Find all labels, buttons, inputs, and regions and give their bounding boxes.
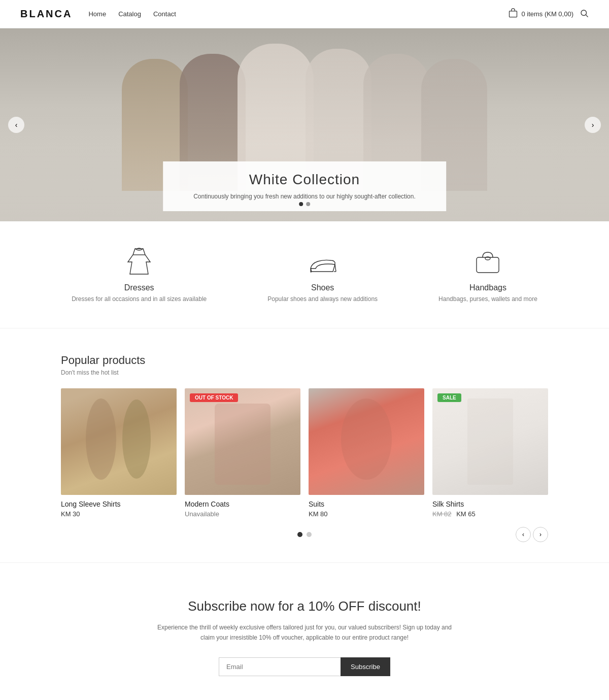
subscribe-section: Subscribe now for a 10% OFF discount! Ex… [0,562,609,700]
hero-text-box: White Collection Continuously bringing y… [163,161,446,211]
main-nav: HomeCatalogContact [88,10,176,18]
category-shoes-name: Shoes [267,283,378,292]
products-section: Popular products Don't miss the hot list… [0,328,609,562]
product-card-1[interactable]: Long Sleeve Shirts KM 30 [61,388,177,520]
product-info-1: Long Sleeve Shirts KM 30 [61,495,177,520]
nav-item-contact[interactable]: Contact [153,10,176,18]
product-image-2: OUT OF STOCK [185,388,300,495]
cart-area[interactable]: 0 items (KM 0,00) [508,8,573,20]
category-shoes[interactable]: Shoes Popular shoes and always new addit… [267,247,378,303]
product-unavailable-2: Unavailable [185,510,300,518]
product-image-3 [309,388,424,495]
product-image-4: SALE [432,388,548,495]
hero-next-button[interactable]: › [585,117,601,133]
product-card-3[interactable]: Suits KM 80 [309,388,424,520]
dress-icon [124,247,154,277]
products-subtitle: Don't miss the hot list [61,369,548,376]
cart-label: 0 items (KM 0,00) [521,10,573,18]
shoe-icon [308,247,338,277]
hero-subtitle: Continuously bringing you fresh new addi… [193,192,416,201]
product-name-1: Long Sleeve Shirts [61,500,177,508]
email-input[interactable] [219,657,341,676]
bag-icon [472,247,503,277]
product-card-2[interactable]: OUT OF STOCK Modern Coats Unavailable [185,388,300,520]
products-grid: Long Sleeve Shirts KM 30 OUT OF STOCK Mo… [61,388,548,520]
category-dresses-name: Dresses [72,283,207,292]
hero-dots [299,202,310,206]
subscribe-desc: Experience the thrill of weekly exclusiv… [152,622,457,643]
svg-point-1 [581,10,587,16]
products-dot-2[interactable] [307,532,312,537]
svg-point-9 [122,399,151,479]
products-dot-1[interactable] [297,532,302,537]
svg-point-11 [341,398,392,480]
product-price-1: KM 30 [61,510,177,518]
hero-title: White Collection [193,172,416,188]
products-title: Popular products [61,354,548,367]
hero-dot-1[interactable] [299,202,303,206]
subscribe-title: Subscribe now for a 10% OFF discount! [20,598,589,614]
nav-item-home[interactable]: Home [88,10,106,18]
hero-prev-button[interactable]: ‹ [8,117,24,133]
svg-point-8 [86,398,116,480]
category-shoes-desc: Popular shoes and always new additions [267,295,378,303]
category-handbags[interactable]: Handbags Handbags, purses, wallets and m… [438,247,537,303]
subscribe-form: Subscribe [20,657,589,676]
subscribe-button[interactable]: Subscribe [341,657,390,676]
hero-section: ‹ › White Collection Continuously bringi… [0,28,609,221]
product-card-4[interactable]: SALE Silk Shirts KM 82 KM 65 [432,388,548,520]
product-name-3: Suits [309,500,424,508]
products-nav-buttons: ‹ › [516,527,548,542]
sale-price-4: KM 65 [456,510,476,518]
category-dresses-desc: Dresses for all occasions and in all siz… [72,295,207,303]
hero-dot-2[interactable] [306,202,310,206]
product-price-3: KM 80 [309,510,424,518]
product-info-2: Modern Coats Unavailable [185,495,300,520]
category-dresses[interactable]: Dresses Dresses for all occasions and in… [72,247,207,303]
product-image-1 [61,388,177,495]
svg-rect-0 [510,11,517,17]
svg-line-4 [335,264,336,272]
product-name-4: Silk Shirts [432,500,548,508]
search-button[interactable] [580,9,589,20]
cart-icon [508,8,518,20]
site-header: BLANCA HomeCatalogContact 0 items (KM 0,… [0,0,609,28]
svg-line-2 [586,15,588,17]
categories-section: Dresses Dresses for all occasions and in… [0,221,609,328]
nav-item-catalog[interactable]: Catalog [118,10,141,18]
products-prev-button[interactable]: ‹ [516,527,531,542]
product-price-4: KM 82 KM 65 [432,510,548,518]
header-right: 0 items (KM 0,00) [508,8,589,20]
svg-rect-10 [215,404,270,485]
header-left: BLANCA HomeCatalogContact [20,8,176,20]
products-next-button[interactable]: › [533,527,548,542]
category-handbags-desc: Handbags, purses, wallets and more [438,295,537,303]
original-price-4: KM 82 [432,510,452,518]
products-nav: ‹ › [61,532,548,537]
site-logo[interactable]: BLANCA [20,8,72,20]
product-name-2: Modern Coats [185,500,300,508]
category-handbags-name: Handbags [438,283,537,292]
product-info-3: Suits KM 80 [309,495,424,520]
svg-rect-12 [467,398,513,485]
product-info-4: Silk Shirts KM 82 KM 65 [432,495,548,520]
